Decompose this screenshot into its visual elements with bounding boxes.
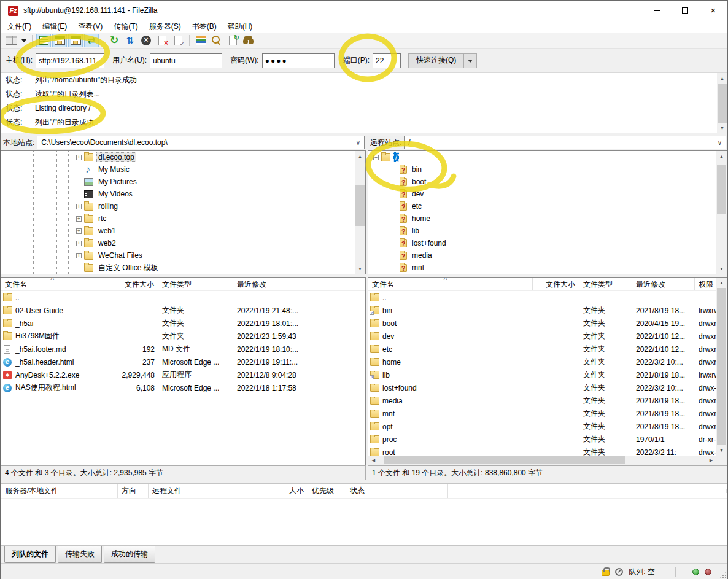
disconnect-icon[interactable] <box>155 34 169 47</box>
tree-item[interactable]: 自定义 Office 模板 <box>1 262 365 274</box>
password-input[interactable] <box>262 53 335 68</box>
tab-传输失败[interactable]: 传输失败 <box>58 546 102 563</box>
toolbar-dropdown-icon[interactable] <box>20 34 28 47</box>
toggle-local-tree-icon[interactable] <box>52 34 67 47</box>
search-icon[interactable] <box>241 34 256 47</box>
scrollbar-thumb[interactable] <box>717 165 726 214</box>
queue-column-header[interactable]: 优先级 <box>308 484 346 498</box>
file-row[interactable]: _h5ai.header.html237Microsoft Edge ...20… <box>1 356 365 368</box>
file-row[interactable]: ↗lib文件夹2021/8/19 18...lrwxrw: <box>368 368 727 381</box>
tree-item[interactable]: +web2 <box>1 237 365 249</box>
tab-成功的传输[interactable]: 成功的传输 <box>104 546 155 563</box>
expand-icon[interactable]: + <box>76 204 82 209</box>
tree-item[interactable]: home <box>368 212 727 225</box>
column-header[interactable]: 文件名ᐱ <box>368 278 533 290</box>
scroll-down-icon[interactable]: ▼ <box>717 123 727 133</box>
tree-item[interactable]: My Music <box>1 163 365 176</box>
directory-comparison-icon[interactable] <box>193 34 208 47</box>
menu-item[interactable]: 服务器(S) <box>144 20 187 33</box>
file-row[interactable]: opt文件夹2021/8/19 18...drwxr-: <box>368 420 727 433</box>
refresh-icon[interactable] <box>107 34 122 47</box>
file-row[interactable]: Hi3798M固件文件夹2022/1/23 1:59:43 <box>1 330 365 343</box>
find-files-icon[interactable] <box>209 34 224 47</box>
menu-item[interactable]: 帮助(H) <box>222 20 258 33</box>
tree-item[interactable]: lost+found <box>368 237 727 249</box>
file-row[interactable]: proc文件夹1970/1/1dr-xr-x <box>368 433 727 446</box>
tree-item[interactable]: lib <box>368 225 727 237</box>
quickconnect-button[interactable]: 快速连接(Q) <box>408 53 464 68</box>
column-header[interactable]: 文件类型 <box>158 278 233 290</box>
close-button[interactable]: × <box>699 1 727 20</box>
synchronized-browsing-icon[interactable] <box>225 34 240 47</box>
file-row[interactable]: AnyDesk+5.2.2.exe2,929,448应用程序2021/12/8 … <box>1 368 365 381</box>
file-row[interactable]: lost+found文件夹2022/3/2 10:...drwx-- <box>368 381 727 394</box>
reconnect-icon[interactable] <box>171 34 185 47</box>
tree-item[interactable]: +dl.ecoo.top <box>1 151 365 163</box>
file-row[interactable]: etc文件夹2022/1/10 12...drwxr-: <box>368 343 727 356</box>
menu-item[interactable]: 编辑(E) <box>37 20 72 33</box>
chevron-down-icon[interactable]: ∨ <box>356 139 360 146</box>
scroll-right-icon[interactable]: ▶ <box>706 456 716 465</box>
queue-column-header[interactable]: 服务器/本地文件 <box>1 484 118 498</box>
remote-tree-scrollbar[interactable]: ▲ ▼ <box>716 151 727 274</box>
queue-column-header[interactable]: 大小 <box>271 484 308 498</box>
maximize-button[interactable] <box>671 1 699 20</box>
scroll-up-icon[interactable]: ▲ <box>355 151 365 161</box>
column-header[interactable]: 文件大小 <box>109 278 158 290</box>
file-row[interactable]: media文件夹2021/8/19 18...drwxr-: <box>368 394 727 407</box>
tree-item[interactable]: bin <box>368 163 727 176</box>
cancel-icon[interactable] <box>139 34 153 47</box>
file-row[interactable]: 02-User Guide文件夹2022/1/19 21:48:... <box>1 304 365 317</box>
column-header[interactable]: 文件名ᐱ <box>1 278 109 290</box>
resize-grip[interactable] <box>719 572 726 578</box>
host-input[interactable] <box>36 53 104 68</box>
tree-item[interactable]: boot <box>368 176 727 188</box>
speed-limit-icon[interactable] <box>615 568 623 576</box>
chevron-down-icon[interactable]: ∨ <box>718 139 722 146</box>
tree-item[interactable]: dev <box>368 188 727 200</box>
file-row[interactable]: NAS使用教程.html6,108Microsoft Edge ...2022/… <box>1 381 365 394</box>
site-manager-icon[interactable] <box>4 34 18 47</box>
remote-list-scrollbar[interactable]: ▲ ▼ <box>716 278 727 456</box>
file-row[interactable]: boot文件夹2020/4/15 19...drwxr-: <box>368 317 727 330</box>
scroll-down-icon[interactable]: ▼ <box>716 263 727 274</box>
tree-item[interactable]: mnt <box>368 262 727 274</box>
scroll-left-icon[interactable]: ◀ <box>368 456 379 465</box>
menu-item[interactable]: 查看(V) <box>72 20 108 33</box>
queue-column-header[interactable]: 状态 <box>346 484 448 498</box>
file-row[interactable]: ↗bin文件夹2021/8/19 18...lrwxrw: <box>368 304 727 317</box>
tree-item[interactable]: +rolling <box>1 200 365 212</box>
file-row[interactable]: .. <box>1 291 365 304</box>
expand-icon[interactable]: + <box>76 253 82 258</box>
collapse-icon[interactable]: − <box>373 155 379 160</box>
quickconnect-dropdown-icon[interactable] <box>464 53 477 68</box>
remote-site-combo[interactable]: / ∨ <box>404 136 726 149</box>
tree-item[interactable]: +web1 <box>1 225 365 237</box>
scrollbar-thumb[interactable] <box>384 456 625 464</box>
local-tree-scrollbar[interactable]: ▲ ▼ <box>355 151 365 274</box>
minimize-button[interactable] <box>643 1 671 20</box>
file-row[interactable]: mnt文件夹2021/8/19 18...drwxr-: <box>368 407 727 420</box>
port-input[interactable] <box>373 53 401 68</box>
expand-icon[interactable]: + <box>76 216 82 222</box>
tree-item[interactable]: +rtc <box>1 212 365 225</box>
column-header[interactable]: 文件大小 <box>533 278 579 290</box>
scroll-down-icon[interactable]: ▼ <box>716 445 727 456</box>
local-site-combo[interactable]: C:\Users\ecoo\Documents\dl.ecoo.top\ ∨ <box>37 136 365 149</box>
scroll-down-icon[interactable]: ▼ <box>355 263 365 274</box>
tree-item[interactable]: −/ <box>368 151 727 163</box>
message-log-scrollbar[interactable]: ▲ ▼ <box>717 73 727 133</box>
expand-icon[interactable]: + <box>76 155 82 160</box>
tree-item[interactable]: etc <box>368 200 727 212</box>
scroll-up-icon[interactable]: ▲ <box>717 73 727 84</box>
remote-list-hscrollbar[interactable]: ◀ ▶ <box>368 456 716 465</box>
queue-column-header[interactable] <box>589 489 727 493</box>
scroll-up-icon[interactable]: ▲ <box>716 278 727 288</box>
toggle-message-log-icon[interactable] <box>36 34 51 47</box>
file-row[interactable]: _h5ai.footer.md192MD 文件2022/1/19 18:10:.… <box>1 343 365 356</box>
scrollbar-thumb[interactable] <box>355 185 365 226</box>
toggle-remote-tree-icon[interactable] <box>68 34 83 47</box>
column-header[interactable]: 文件类型 <box>579 278 632 290</box>
queue-column-header[interactable] <box>448 489 589 493</box>
file-row[interactable]: .. <box>368 291 727 304</box>
